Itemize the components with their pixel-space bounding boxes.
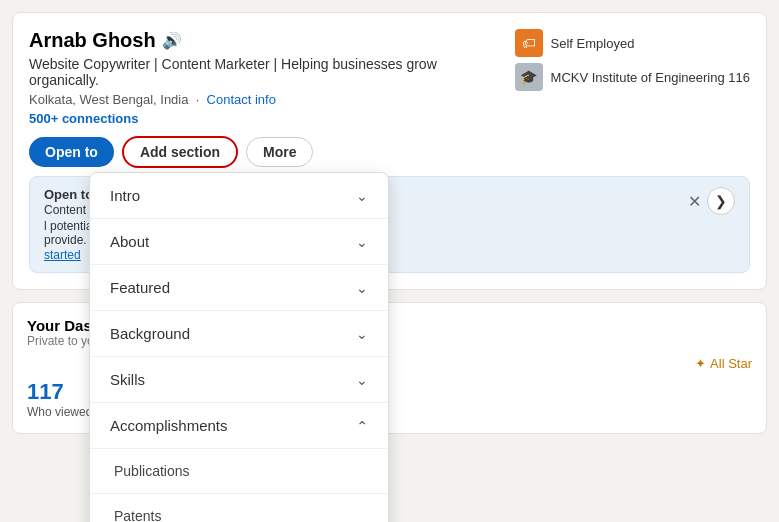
action-row: Open to Add section More Intro ⌄ About ⌄… (29, 136, 750, 168)
dropdown-item-patents[interactable]: Patents (90, 494, 388, 522)
connections-link[interactable]: 500+ connections (29, 111, 449, 126)
banner-get-started-link[interactable]: started (44, 248, 81, 262)
company-name-2: MCKV Institute of Engineering 116 (551, 70, 750, 85)
dropdown-item-publications-label: Publications (114, 463, 190, 479)
chevron-down-icon: ⌄ (356, 372, 368, 388)
dropdown-item-about[interactable]: About ⌄ (90, 219, 388, 265)
dropdown-item-accomplishments-label: Accomplishments (110, 417, 228, 434)
profile-headline: Website Copywriter | Content Marketer | … (29, 56, 449, 88)
dropdown-item-skills[interactable]: Skills ⌄ (90, 357, 388, 403)
speaker-icon[interactable]: 🔊 (162, 31, 182, 50)
profile-name: Arnab Ghosh (29, 29, 156, 52)
add-section-button[interactable]: Add section (122, 136, 238, 168)
dropdown-item-background-label: Background (110, 325, 190, 342)
company-row-1: 🏷 Self Employed (515, 29, 750, 57)
chevron-down-icon: ⌄ (356, 326, 368, 342)
dropdown-item-background[interactable]: Background ⌄ (90, 311, 388, 357)
dropdown-item-patents-label: Patents (114, 508, 161, 522)
profile-card: Arnab Ghosh 🔊 Website Copywriter | Conte… (12, 12, 767, 290)
companies-section: 🏷 Self Employed 🎓 MCKV Institute of Engi… (515, 29, 750, 91)
dropdown-item-featured-label: Featured (110, 279, 170, 296)
company-row-2: 🎓 MCKV Institute of Engineering 116 (515, 63, 750, 91)
company-name-1: Self Employed (551, 36, 635, 51)
close-icon[interactable]: ✕ (688, 192, 701, 211)
dropdown-item-intro[interactable]: Intro ⌄ (90, 173, 388, 219)
dropdown-item-intro-label: Intro (110, 187, 140, 204)
dropdown-item-accomplishments[interactable]: Accomplishments ⌄ (90, 403, 388, 449)
all-star-label: All Star (710, 356, 752, 371)
contact-info-link[interactable]: Contact info (207, 92, 276, 107)
chevron-down-icon: ⌄ (356, 234, 368, 250)
chevron-down-icon: ⌄ (356, 280, 368, 296)
profile-location: Kolkata, West Bengal, India · Contact in… (29, 92, 449, 107)
dropdown-item-publications[interactable]: Publications (90, 449, 388, 494)
banner-arrow-button[interactable]: ❯ (707, 187, 735, 215)
more-button[interactable]: More (246, 137, 313, 167)
open-to-button[interactable]: Open to (29, 137, 114, 167)
company-logo-2: 🎓 (515, 63, 543, 91)
chevron-down-icon: ⌄ (356, 188, 368, 204)
dropdown-item-featured[interactable]: Featured ⌄ (90, 265, 388, 311)
profile-info: Arnab Ghosh 🔊 Website Copywriter | Conte… (29, 29, 449, 126)
dropdown-item-about-label: About (110, 233, 149, 250)
add-section-dropdown: Intro ⌄ About ⌄ Featured ⌄ Background ⌄ (89, 172, 389, 522)
company-logo-1: 🏷 (515, 29, 543, 57)
star-icon: ✦ (695, 356, 706, 371)
dropdown-item-skills-label: Skills (110, 371, 145, 388)
chevron-up-icon: ⌄ (356, 418, 368, 434)
